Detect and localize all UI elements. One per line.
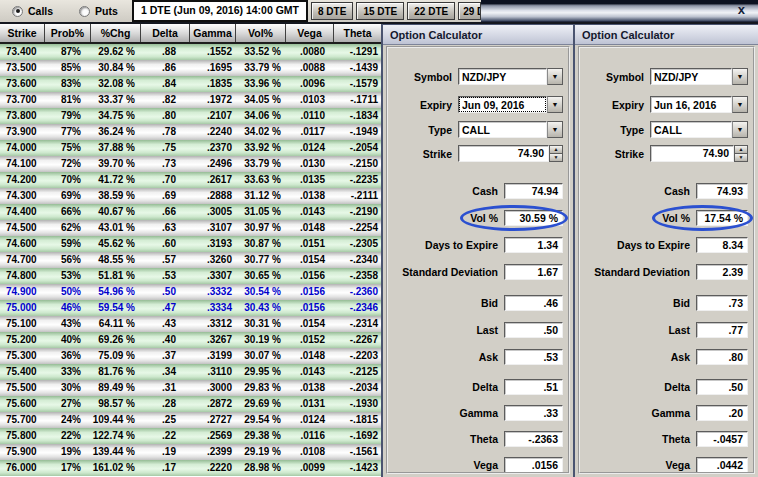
field-value[interactable]: 74.94	[504, 183, 563, 199]
field-value[interactable]: -.0457	[696, 431, 748, 447]
tab-8dte[interactable]: 8 DTE	[311, 2, 353, 20]
chevron-down-icon[interactable]: ▼	[732, 96, 748, 113]
cell: -.2203	[334, 348, 381, 364]
chevron-down-icon[interactable]: ▼	[732, 121, 748, 138]
field-value[interactable]: .73	[696, 295, 748, 311]
table-row-strike-74.700[interactable]: 74.70056%48.55 %.57.326030.77 %.0154-.23…	[0, 252, 381, 268]
field-value[interactable]: .50	[504, 322, 563, 338]
cell: .0080	[286, 44, 334, 60]
cell: 31.05 %	[236, 204, 286, 220]
field-value[interactable]: .33	[504, 405, 563, 421]
table-row-strike-74.400[interactable]: 74.40066%40.67 %.66.300531.05 %.0143-.21…	[0, 204, 381, 220]
calc-field-bid: Bid.46	[394, 295, 563, 311]
chevron-down-icon[interactable]: ▼	[547, 68, 563, 85]
field-value[interactable]: -.2363	[504, 431, 563, 447]
table-row-strike-75.600[interactable]: 75.60027%98.57 %.28.287229.69 %.0131-.19…	[0, 396, 381, 412]
close-icon[interactable]: x	[738, 2, 745, 17]
field-value[interactable]: 2.39	[696, 264, 748, 280]
field-value[interactable]: 74.93	[696, 183, 748, 199]
cell: .2220	[190, 460, 236, 476]
strike-input[interactable]: 74.90	[650, 145, 734, 162]
table-row-strike-75.700[interactable]: 75.70024%109.44 %.25.272729.54 %.0124-.1…	[0, 412, 381, 428]
cell: 40.67 %	[91, 204, 141, 220]
field-value[interactable]: 17.54 %	[696, 210, 748, 226]
cell: 72%	[45, 156, 91, 172]
tab-29dte[interactable]: 29 DTE	[458, 2, 481, 20]
table-row-strike-74.000[interactable]: 74.00075%37.88 %.75.237033.92 %.0124-.20…	[0, 140, 381, 156]
chevron-down-icon[interactable]: ▼	[547, 96, 563, 113]
type-value: CALL	[650, 121, 732, 138]
spin-up-icon[interactable]: ▲	[734, 145, 748, 154]
table-row-strike-73.900[interactable]: 73.90077%36.24 %.78.224034.02 %.0117-.19…	[0, 124, 381, 140]
cell: .0143	[286, 204, 334, 220]
tab-15dte[interactable]: 15 DTE	[356, 2, 404, 20]
tab-22dte[interactable]: 22 DTE	[407, 2, 455, 20]
table-row-strike-73.400[interactable]: 73.40087%29.62 %.88.155233.52 %.0080-.12…	[0, 44, 381, 60]
calc-field-cash: Cash74.93	[586, 183, 748, 199]
table-row-strike-75.200[interactable]: 75.20040%69.26 %.40.326730.19 %.0152-.22…	[0, 332, 381, 348]
puts-radio[interactable]: Puts	[79, 5, 118, 17]
type-select[interactable]: CALL ▼	[650, 121, 748, 138]
field-value[interactable]: .50	[696, 379, 748, 395]
table-row-strike-74.300[interactable]: 74.30069%38.59 %.69.288831.12 %.0138-.21…	[0, 188, 381, 204]
table-row-strike-73.500[interactable]: 73.50085%30.84 %.86.169533.79 %.0088-.14…	[0, 60, 381, 76]
calls-radio[interactable]: Calls	[12, 5, 53, 17]
chevron-down-icon[interactable]: ▼	[732, 68, 748, 85]
table-row-strike-74.900[interactable]: 74.90050%54.96 %.50.333230.54 %.0156-.23…	[0, 284, 381, 300]
cell: -.1561	[334, 444, 381, 460]
table-row-strike-75.100[interactable]: 75.10043%64.11 %.43.331230.31 %.0154-.23…	[0, 316, 381, 332]
table-row-strike-75.900[interactable]: 75.90019%139.44 %.19.239929.19 %.0108-.1…	[0, 444, 381, 460]
table-row-strike-75.000[interactable]: 75.00046%59.54 %.47.333430.43 %.0156-.23…	[0, 300, 381, 316]
cell: 75.700	[0, 412, 45, 428]
field-value[interactable]: .0442	[696, 457, 748, 473]
field-label: Bid	[586, 297, 696, 309]
table-row-strike-74.200[interactable]: 74.20070%41.72 %.70.261733.63 %.0135-.22…	[0, 172, 381, 188]
field-value[interactable]: .53	[504, 349, 563, 365]
calc-field-delta: Delta.51	[394, 379, 563, 395]
expiry-select[interactable]: Jun 16, 2016 ▼	[650, 96, 748, 113]
table-row-strike-75.500[interactable]: 75.50030%89.49 %.31.300029.83 %.0138-.20…	[0, 380, 381, 396]
table-row-strike-74.100[interactable]: 74.10072%39.70 %.73.249633.79 %.0130-.21…	[0, 156, 381, 172]
table-row-strike-75.400[interactable]: 75.40033%81.76 %.34.311029.95 %.0143-.21…	[0, 364, 381, 380]
type-select[interactable]: CALL ▼	[458, 121, 563, 138]
spin-down-icon[interactable]: ▼	[549, 154, 563, 163]
symbol-select[interactable]: NZD/JPY ▼	[458, 68, 563, 85]
table-row-strike-74.500[interactable]: 74.50062%43.01 %.63.310730.97 %.0148-.22…	[0, 220, 381, 236]
field-value[interactable]: 30.59 %	[504, 210, 563, 226]
field-label: Cash	[394, 185, 504, 197]
cell: .2727	[190, 412, 236, 428]
field-value[interactable]: .51	[504, 379, 563, 395]
header-vega: Vega	[286, 24, 334, 42]
chevron-down-icon[interactable]: ▼	[547, 121, 563, 138]
calc2-type-row: Type CALL ▼	[586, 121, 748, 138]
table-row-strike-76.000[interactable]: 76.00017%161.02 %.17.222028.98 %.0099-.1…	[0, 460, 381, 476]
cell: .57	[141, 252, 190, 268]
spin-up-icon[interactable]: ▲	[549, 145, 563, 154]
option-chain-body: 73.40087%29.62 %.88.155233.52 %.0080-.12…	[0, 44, 381, 476]
option-chain-table: Strike Prob% %Chg Delta Gamma Vol% Vega …	[0, 24, 381, 477]
calc-field-theta: Theta-.2363	[394, 431, 563, 447]
expiry-select[interactable]: Jun 09, 2016 ▼	[458, 96, 563, 113]
table-row-strike-74.600[interactable]: 74.60059%45.62 %.60.319330.87 %.0151-.23…	[0, 236, 381, 252]
symbol-select[interactable]: NZD/JPY ▼	[650, 68, 748, 85]
table-row-strike-73.800[interactable]: 73.80079%34.75 %.80.210734.06 %.0110-.18…	[0, 108, 381, 124]
table-row-strike-75.800[interactable]: 75.80022%122.74 %.22.256929.38 %.0116-.1…	[0, 428, 381, 444]
cell: 29.19 %	[236, 444, 286, 460]
spin-down-icon[interactable]: ▼	[734, 154, 748, 163]
table-row-strike-73.600[interactable]: 73.60083%32.08 %.84.183533.96 %.0096-.15…	[0, 76, 381, 92]
field-value[interactable]: .20	[696, 405, 748, 421]
field-value[interactable]: 1.67	[504, 264, 563, 280]
tab-1dte-active[interactable]: 1 DTE (Jun 09, 2016) 14:00 GMT	[132, 0, 308, 22]
table-row-strike-73.700[interactable]: 73.70081%33.37 %.82.197234.05 %.0103-.17…	[0, 92, 381, 108]
field-value[interactable]: .77	[696, 322, 748, 338]
calc2-symbol-row: Symbol NZD/JPY ▼	[586, 68, 748, 85]
table-row-strike-75.300[interactable]: 75.30036%75.09 %.37.319930.07 %.0148-.22…	[0, 348, 381, 364]
table-row-strike-74.800[interactable]: 74.80053%51.81 %.53.330730.65 %.0156-.23…	[0, 268, 381, 284]
field-value[interactable]: .0156	[504, 457, 563, 473]
field-value[interactable]: .46	[504, 295, 563, 311]
field-value[interactable]: 1.34	[504, 237, 563, 253]
field-value[interactable]: 8.34	[696, 237, 748, 253]
field-value[interactable]: .80	[696, 349, 748, 365]
cell: .2569	[190, 428, 236, 444]
strike-input[interactable]: 74.90	[458, 145, 549, 162]
